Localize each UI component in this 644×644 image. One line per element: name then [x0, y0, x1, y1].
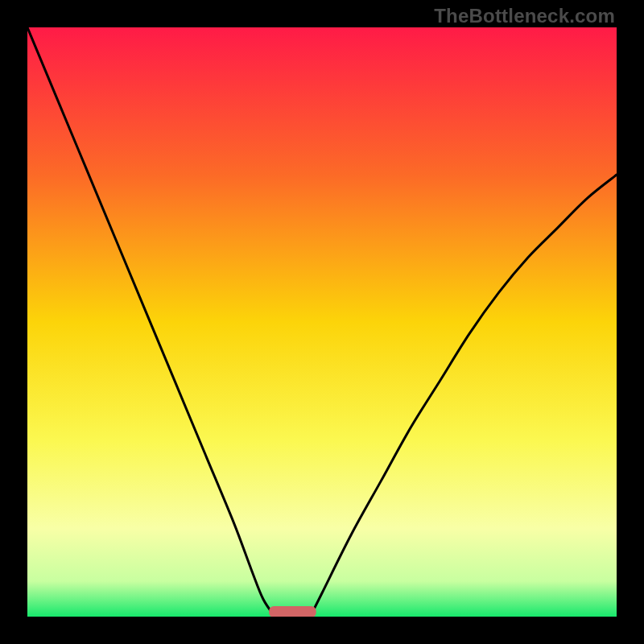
plot-area [27, 27, 617, 617]
floor-marker [269, 606, 316, 617]
chart-frame: TheBottleneck.com [0, 0, 644, 644]
watermark-text: TheBottleneck.com [434, 5, 615, 27]
chart-svg [27, 27, 617, 617]
gradient-background [27, 27, 617, 617]
